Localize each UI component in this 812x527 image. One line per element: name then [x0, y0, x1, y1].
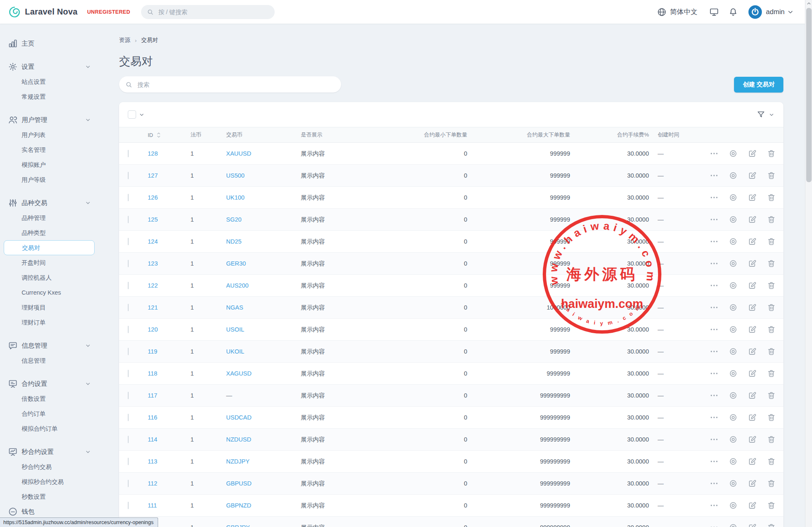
more-actions-icon[interactable]: [710, 391, 719, 400]
brand[interactable]: Laravel Nova: [0, 6, 78, 18]
more-actions-icon[interactable]: [710, 413, 719, 422]
edit-icon[interactable]: [748, 215, 757, 224]
chevron-down-icon[interactable]: [139, 112, 145, 118]
more-actions-icon[interactable]: [710, 259, 719, 268]
row-checkbox[interactable]: [128, 172, 129, 179]
view-icon[interactable]: [729, 347, 738, 356]
more-actions-icon[interactable]: [710, 479, 719, 488]
trash-icon[interactable]: [767, 237, 776, 246]
row-id-link[interactable]: 116: [148, 414, 157, 421]
edit-icon[interactable]: [748, 501, 757, 510]
more-actions-icon[interactable]: [710, 435, 719, 444]
row-checkbox[interactable]: [128, 458, 129, 465]
trash-icon[interactable]: [767, 171, 776, 180]
global-search-input[interactable]: [157, 8, 269, 16]
trash-icon[interactable]: [767, 193, 776, 202]
row-symbol-link[interactable]: ND25: [226, 238, 241, 245]
sidebar-group-heading[interactable]: 秒合约设置: [0, 444, 109, 459]
view-icon[interactable]: [729, 259, 738, 268]
sort-icon[interactable]: [156, 132, 161, 138]
row-symbol-link[interactable]: XAUUSD: [226, 150, 251, 157]
row-id-link[interactable]: 117: [148, 392, 157, 399]
sidebar-subitem[interactable]: 品种类型: [0, 225, 109, 240]
sidebar-group-heading[interactable]: 品种交易: [0, 195, 109, 210]
row-symbol-link[interactable]: GER30: [226, 260, 246, 267]
sidebar-subitem[interactable]: 开盘时间: [0, 255, 109, 270]
edit-icon[interactable]: [748, 281, 757, 290]
more-actions-icon[interactable]: [710, 347, 719, 356]
more-actions-icon[interactable]: [710, 369, 719, 378]
row-symbol-link[interactable]: AUS200: [226, 282, 249, 289]
more-actions-icon[interactable]: [710, 171, 719, 180]
sidebar-subitem[interactable]: 用户等级: [0, 172, 109, 187]
row-id-link[interactable]: 112: [148, 480, 157, 487]
trash-icon[interactable]: [767, 281, 776, 290]
row-id-link[interactable]: 123: [148, 260, 158, 267]
edit-icon[interactable]: [748, 149, 757, 158]
more-actions-icon[interactable]: [710, 325, 719, 334]
row-checkbox[interactable]: [128, 502, 129, 509]
row-checkbox[interactable]: [128, 348, 129, 355]
edit-icon[interactable]: [748, 259, 757, 268]
edit-icon[interactable]: [748, 435, 757, 444]
view-icon[interactable]: [729, 303, 738, 312]
view-icon[interactable]: [729, 149, 738, 158]
row-checkbox[interactable]: [128, 260, 129, 267]
edit-icon[interactable]: [748, 237, 757, 246]
sidebar-subitem[interactable]: 倍数设置: [0, 391, 109, 406]
scrollbar-thumb[interactable]: [806, 8, 812, 182]
sidebar-subitem[interactable]: 秒合约交易: [0, 459, 109, 474]
row-id-link[interactable]: 120: [148, 326, 158, 333]
sidebar-subitem[interactable]: 模拟合约订单: [0, 421, 109, 436]
row-symbol-link[interactable]: GBPNZD: [226, 502, 251, 509]
sidebar-item[interactable]: 主页: [0, 36, 109, 51]
edit-icon[interactable]: [748, 413, 757, 422]
edit-icon[interactable]: [748, 193, 757, 202]
sidebar-subitem[interactable]: 理财项目: [0, 300, 109, 315]
sidebar-subitem[interactable]: 品种管理: [0, 210, 109, 225]
row-id-link[interactable]: 128: [148, 150, 158, 157]
sidebar-subitem[interactable]: 调控机器人: [0, 270, 109, 285]
sidebar-subitem[interactable]: 模拟秒合约交易: [0, 474, 109, 489]
language-switcher[interactable]: 简体中文: [657, 7, 697, 17]
sidebar-subitem[interactable]: 合约订单: [0, 406, 109, 421]
trash-icon[interactable]: [767, 391, 776, 400]
row-id-link[interactable]: 125: [148, 216, 158, 223]
view-icon[interactable]: [729, 435, 738, 444]
row-symbol-link[interactable]: US500: [226, 172, 244, 179]
row-symbol-link[interactable]: GBPUSD: [226, 480, 251, 487]
row-id-link[interactable]: 124: [148, 238, 158, 245]
row-id-link[interactable]: 113: [148, 458, 157, 465]
resource-search[interactable]: [119, 76, 341, 93]
more-actions-icon[interactable]: [710, 523, 719, 527]
user-name[interactable]: admin: [766, 8, 785, 16]
edit-icon[interactable]: [748, 347, 757, 356]
sidebar-subitem[interactable]: 模拟账户: [0, 157, 109, 172]
edit-icon[interactable]: [748, 171, 757, 180]
row-symbol-link[interactable]: UK100: [226, 194, 244, 201]
row-id-link[interactable]: 122: [148, 282, 158, 289]
global-search[interactable]: [141, 5, 275, 19]
column-header-id[interactable]: ID: [148, 132, 153, 138]
sidebar-subitem[interactable]: 交易对: [4, 240, 95, 255]
trash-icon[interactable]: [767, 435, 776, 444]
sidebar-subitem[interactable]: 用户列表: [0, 127, 109, 142]
edit-icon[interactable]: [748, 325, 757, 334]
sidebar-group-heading[interactable]: 用户管理: [0, 112, 109, 127]
row-symbol-link[interactable]: NGAS: [226, 304, 243, 311]
edit-icon[interactable]: [748, 523, 757, 527]
trash-icon[interactable]: [767, 479, 776, 488]
row-symbol-link[interactable]: NZDUSD: [226, 436, 251, 443]
view-icon[interactable]: [729, 457, 738, 466]
row-checkbox[interactable]: [128, 194, 129, 201]
sidebar-subitem[interactable]: 常规设置: [0, 89, 109, 104]
edit-icon[interactable]: [748, 457, 757, 466]
row-checkbox[interactable]: [128, 414, 129, 421]
row-id-link[interactable]: 111: [148, 502, 157, 509]
more-actions-icon[interactable]: [710, 215, 719, 224]
select-all-checkbox[interactable]: [128, 110, 136, 119]
view-icon[interactable]: [729, 171, 738, 180]
view-icon[interactable]: [729, 479, 738, 488]
view-icon[interactable]: [729, 325, 738, 334]
sidebar-group-heading[interactable]: 设置: [0, 59, 109, 74]
